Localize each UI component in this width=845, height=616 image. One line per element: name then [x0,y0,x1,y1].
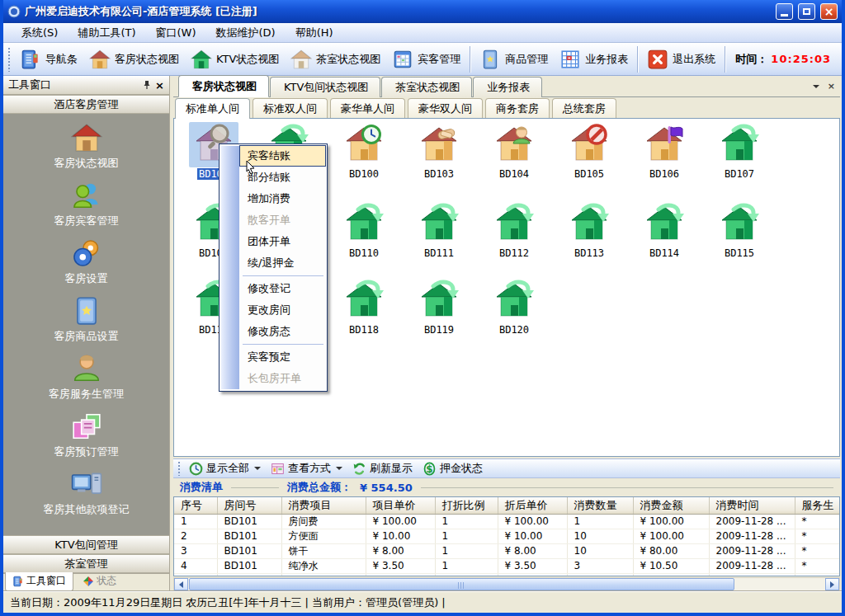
room-BD111[interactable]: BD111 [404,201,474,259]
table-row[interactable]: 2BD101方便面¥ 10.001¥ 10.0010¥ 100.002009-1… [174,529,840,543]
table-header-row: 序号房间号消费项目项目单价打折比例折后单价消费数量消费金额消费时间服务生 [174,497,840,514]
room-BD100[interactable]: BD100 [329,122,399,180]
context-menu-item-9[interactable]: 修改房态 [239,321,325,342]
main-toolbar: 导航条客房状态视图KTV状态视图茶室状态视图宾客管理商品管理业务报表退出系统时间… [3,43,842,76]
column-header[interactable]: 消费项目 [281,497,366,514]
room-label: BD107 [705,168,774,180]
menu-item-3[interactable]: 窗口(W) [146,23,206,43]
scrollbar-track[interactable] [734,578,825,590]
toolbar-button-7[interactable]: 业务报表 [554,46,634,73]
room-BD119[interactable]: BD119 [404,278,474,336]
scrollbar-thumb[interactable] [189,578,734,590]
sidebar-item-6[interactable]: 客房预订管理 [54,411,119,459]
column-header[interactable]: 折后单价 [498,497,567,514]
context-menu-item-10[interactable]: 宾客预定 [239,346,325,368]
context-menu-separator [243,344,323,345]
toolbar-button-3[interactable]: KTV状态视图 [185,46,285,73]
lower-toolbar-button-2[interactable]: 查看方式 [266,459,347,477]
pin-icon[interactable] [142,80,152,90]
table-row[interactable]: 3BD101饼干¥ 8.001¥ 8.0010¥ 80.002009-11-28… [174,543,840,558]
sidebar-group-hotel-rooms[interactable]: 酒店客房管理 [3,95,169,114]
minimize-button[interactable] [776,3,793,20]
context-menu-item-3[interactable]: 增加消费 [239,188,325,209]
toolbar-button-label: 导航条 [45,52,78,67]
lower-toolbar-button-1[interactable]: 显示全部 [184,459,266,477]
tab-close-icon[interactable]: × [828,81,835,92]
toolbar-button-2[interactable]: 客房状态视图 [83,46,185,73]
context-menu-item-7[interactable]: 修改登记 [239,278,325,299]
maximize-button[interactable] [798,3,815,20]
sidebar-tab-2[interactable]: 状态 [75,572,124,591]
sidebar-item-5[interactable]: 客房服务生管理 [49,353,124,402]
menu-item-2[interactable]: 辅助工具(T) [68,23,145,43]
column-header[interactable]: 消费时间 [709,497,795,514]
table-row[interactable]: 4BD101纯净水¥ 3.501¥ 3.503¥ 10.502009-11-28… [174,558,840,573]
room-BD112[interactable]: BD112 [479,201,549,259]
lower-toolbar-button-4[interactable]: $押金状态 [418,459,488,477]
room-type-tab-3[interactable]: 豪华单人间 [330,98,405,119]
context-menu-item-1[interactable]: 宾客结账 [239,145,326,167]
room-BD118[interactable]: BD118 [329,278,399,336]
sidebar-item-3[interactable]: 客房设置 [65,237,108,286]
menu-item-5[interactable]: 帮助(H) [286,23,343,43]
context-menu-item-11: 长包房开单 [239,368,325,389]
column-header[interactable]: 打折比例 [435,497,498,514]
toolbar-button-8[interactable]: 退出系统 [641,46,721,73]
room-type-tab-5[interactable]: 商务套房 [485,98,550,119]
doc-tab-1[interactable]: 客房状态视图 [178,75,269,97]
room-BD110[interactable]: BD110 [329,201,399,259]
scroll-right-button[interactable] [825,578,839,590]
context-menu-item-5[interactable]: 团体开单 [239,231,325,252]
sidebar-item-7[interactable]: 客房其他款项登记 [44,468,130,517]
room-type-tab-2[interactable]: 标准双人间 [253,98,328,119]
doc-tab-4[interactable]: 业务报表 [473,77,542,97]
sidebar-item-2[interactable]: 客房宾客管理 [54,180,119,228]
room-type-tab-4[interactable]: 豪华双人间 [408,98,483,119]
room-BD104[interactable]: BD104 [479,122,549,180]
sidebar-group-2[interactable]: KTV包间管理 [3,535,169,554]
room-BD120[interactable]: BD120 [479,278,549,336]
room-type-tab-1[interactable]: 标准单人间 [175,98,250,119]
doc-tab-2[interactable]: KTV包间状态视图 [270,77,380,97]
room-BD114[interactable]: BD114 [630,201,699,259]
toolbar-button-1[interactable]: 导航条 [14,46,83,73]
context-menu-item-6[interactable]: 续/退押金 [239,252,325,274]
menu-item-1[interactable]: 系统(S) [12,23,68,43]
column-header[interactable]: 房间号 [217,497,281,514]
room-BD106[interactable]: BD106 [630,122,699,180]
column-header[interactable]: 服务生 [795,497,840,514]
table-row[interactable]: 5BD101红葡萄酒¥ 88.001¥ 88.003¥ 264.002009-1… [174,573,840,576]
room-BD103[interactable]: BD103 [404,122,474,180]
column-header[interactable]: 序号 [174,497,217,514]
room-BD105[interactable]: BD105 [555,122,624,180]
sidebar-tab-1[interactable]: 工具窗口 [5,572,73,591]
doc-tab-3[interactable]: 茶室状态视图 [381,77,472,97]
sidebar-item-1[interactable]: 客房状态视图 [54,122,119,171]
room-label: BD115 [705,247,774,259]
room-label: BD113 [555,247,624,259]
table-row[interactable]: 1BD101房间费¥ 100.001¥ 100.001¥ 100.002009-… [174,514,840,529]
room-type-tab-6[interactable]: 总统套房 [552,98,616,119]
total-amount-label: 消费总金额： [287,480,352,495]
context-menu-item-8[interactable]: 更改房间 [239,299,325,321]
app-window: 广州爱启迪技术有限公司-酒店管理系统 [已注册] × 系统(S)辅助工具(T)窗… [0,0,845,616]
column-header[interactable]: 消费金额 [633,497,709,514]
menu-item-4[interactable]: 数据维护(D) [206,23,286,43]
sidebar-group-3[interactable]: 茶室管理 [3,554,169,573]
room-BD113[interactable]: BD113 [555,201,624,259]
lower-toolbar-button-3[interactable]: 刷新显示 [347,459,418,477]
sidebar-item-label: 客房服务生管理 [49,387,124,402]
sidebar-item-label: 客房商品设置 [54,329,119,344]
room-BD107[interactable]: BD107 [705,122,774,180]
column-header[interactable]: 消费数量 [567,497,633,514]
sidebar-close-icon[interactable]: × [155,79,164,92]
toolbar-button-5[interactable]: 宾客管理 [386,46,466,73]
sidebar-item-4[interactable]: 客房商品设置 [54,295,119,344]
tab-list-dropdown-icon[interactable] [813,85,819,88]
close-button[interactable]: × [820,3,838,20]
scroll-left-button[interactable] [174,578,188,590]
column-header[interactable]: 项目单价 [366,497,435,514]
toolbar-button-4[interactable]: 茶室状态视图 [285,46,386,73]
room-BD115[interactable]: BD115 [705,201,774,259]
toolbar-button-6[interactable]: 商品管理 [474,46,554,73]
